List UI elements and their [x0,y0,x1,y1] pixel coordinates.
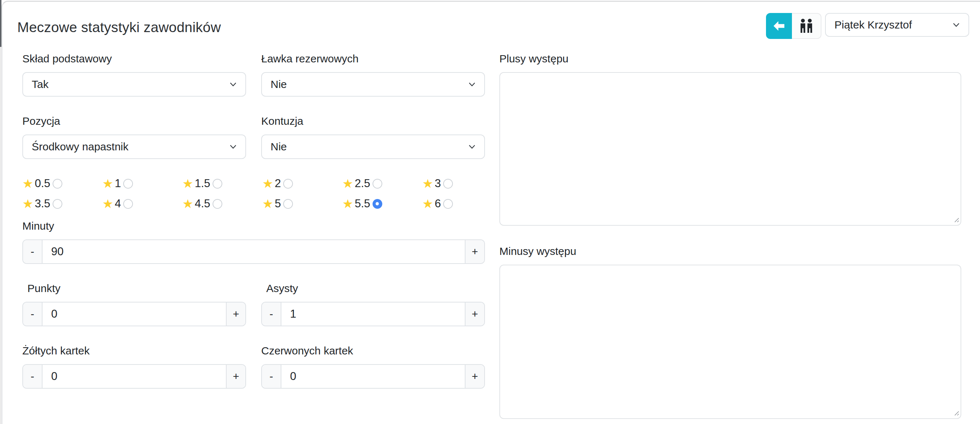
asysty-decrement-button[interactable]: - [262,303,282,325]
zoltych-kartek-stepper: - + [22,364,246,389]
player-select-value: Piątek Krzysztof [834,19,912,31]
kontuzja-label: Kontuzja [261,115,485,127]
lawka-rezerwowych-select[interactable]: Nie [261,72,485,97]
rating-radio[interactable] [52,179,62,188]
kontuzja-value: Nie [270,140,287,153]
rating-option-4.5[interactable]: ★ 4.5 [182,198,262,210]
players-button[interactable] [792,13,821,39]
player-select[interactable]: Piątek Krzysztof [825,13,969,37]
rating-option-2.5[interactable]: ★ 2.5 [342,177,422,190]
star-icon: ★ [422,177,433,190]
rating-radio[interactable] [283,199,293,209]
asysty-field: Asysty - + [261,282,485,326]
star-icon: ★ [262,177,273,190]
czerwonych-kartek-decrement-button[interactable]: - [262,365,282,388]
star-icon: ★ [22,198,33,210]
sklad-podstawowy-select[interactable]: Tak [22,72,246,97]
zoltych-kartek-decrement-button[interactable]: - [23,365,43,388]
star-icon: ★ [102,177,113,190]
punkty-increment-button[interactable]: + [226,303,245,325]
scrollbar-track [0,47,2,424]
rating-radio[interactable] [283,179,293,188]
czerwonych-kartek-increment-button[interactable]: + [465,365,484,388]
asysty-label: Asysty [261,282,485,294]
minuty-decrement-button[interactable]: - [23,240,43,263]
arrow-left-icon [772,19,786,33]
right-column: Plusy występu Minusy występu [500,53,961,419]
rating-option-5[interactable]: ★ 5 [262,198,342,210]
star-icon: ★ [182,177,193,190]
lawka-rezerwowych-label: Ławka rezerwowych [261,53,485,65]
rating-option-1.5[interactable]: ★ 1.5 [182,177,262,190]
rating-value: 4.5 [194,197,210,210]
rating-option-6[interactable]: ★ 6 [422,198,485,210]
scrollbar-thumb[interactable] [0,0,2,47]
asysty-stepper: - + [261,302,485,326]
form-body: Skład podstawowy Tak Ławka rezerwowych N… [0,39,980,419]
minuty-input[interactable] [43,240,465,263]
minusy-wystepu-textarea[interactable] [500,265,961,419]
plusy-wystepu-textarea[interactable] [500,72,961,226]
zoltych-kartek-input[interactable] [43,365,226,388]
rating-radio-selected[interactable] [372,199,382,209]
rating-radio[interactable] [372,179,382,188]
asysty-input[interactable] [282,303,465,325]
rating-radio[interactable] [443,199,453,209]
czerwonych-kartek-field: Czerwonych kartek - + [261,345,485,389]
punkty-input[interactable] [43,303,226,325]
pozycja-value: Środkowy napastnik [32,140,128,153]
rating-option-0.5[interactable]: ★ 0.5 [22,177,102,190]
rating-value: 0.5 [35,177,50,190]
star-icon: ★ [22,177,33,190]
rating-option-4[interactable]: ★ 4 [102,198,182,210]
rating-option-3[interactable]: ★ 3 [422,177,485,190]
rating-radio[interactable] [52,199,62,209]
asysty-increment-button[interactable]: + [465,303,484,325]
rating-option-3.5[interactable]: ★ 3.5 [22,198,102,210]
left-column: Skład podstawowy Tak Ławka rezerwowych N… [22,53,485,419]
plusy-wystepu-label: Plusy występu [500,53,961,65]
zoltych-kartek-label: Żółtych kartek [22,345,246,357]
rating-radio[interactable] [213,199,222,209]
back-button[interactable] [766,13,792,39]
rating-value: 3 [434,177,441,190]
header-button-group [766,13,821,39]
rating-radio[interactable] [123,199,133,209]
rating-option-5.5-selected[interactable]: ★ 5.5 [342,198,422,210]
chevron-down-icon [467,142,477,152]
rating-value: 5 [275,197,281,210]
rating-radio[interactable] [443,179,453,188]
czerwonych-kartek-label: Czerwonych kartek [261,345,485,357]
rating-value: 5.5 [355,197,370,210]
star-icon: ★ [102,198,113,210]
kontuzja-select[interactable]: Nie [261,134,485,159]
punkty-decrement-button[interactable]: - [23,303,43,325]
czerwonych-kartek-input[interactable] [282,365,465,388]
rating-radio[interactable] [213,179,222,188]
zoltych-kartek-increment-button[interactable]: + [226,365,245,388]
lawka-rezerwowych-value: Nie [270,78,287,91]
minusy-wystepu-field: Minusy występu [500,245,961,419]
plusy-wystepu-field: Plusy występu [500,53,961,226]
two-people-icon [798,18,815,33]
rating-grid: ★ 0.5 ★ 1 ★ 1.5 ★ 2 ★ 2.5 [22,177,485,210]
star-icon: ★ [182,198,193,210]
rating-option-2[interactable]: ★ 2 [262,177,342,190]
minuty-stepper: - + [22,239,485,264]
rating-radio[interactable] [123,179,133,188]
rating-value: 1 [115,177,121,190]
chevron-down-icon [467,79,477,89]
rating-value: 3.5 [35,197,50,210]
punkty-field: Punkty - + [22,282,246,326]
rating-option-1[interactable]: ★ 1 [102,177,182,190]
minuty-label: Minuty [22,220,485,232]
czerwonych-kartek-stepper: - + [261,364,485,389]
star-icon: ★ [342,177,353,190]
punkty-label: Punkty [22,282,246,294]
pozycja-select[interactable]: Środkowy napastnik [22,134,246,159]
pozycja-label: Pozycja [22,115,246,127]
rating-value: 6 [434,197,441,210]
star-icon: ★ [262,198,273,210]
sklad-podstawowy-label: Skład podstawowy [22,53,246,65]
minuty-increment-button[interactable]: + [465,240,484,263]
